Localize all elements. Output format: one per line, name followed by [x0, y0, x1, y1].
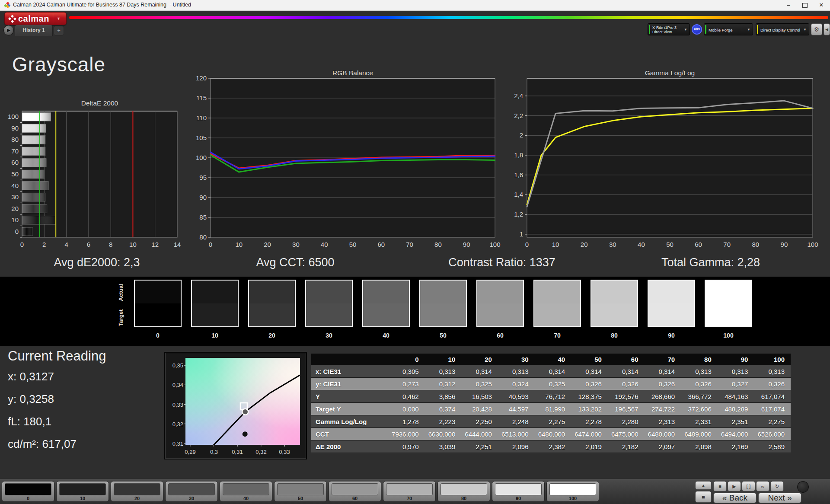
swatch-100 — [705, 280, 752, 327]
svg-text:100: 100 — [8, 113, 19, 120]
patch-color — [386, 483, 433, 495]
settings-button[interactable]: ⚙ — [811, 23, 822, 35]
calman-app-icon — [4, 2, 10, 8]
swatch-level-label: 30 — [305, 332, 353, 339]
table-row: Y0,4623,85616,50340,59376,712128,375192,… — [311, 390, 791, 403]
pattern-window-up-button[interactable]: ▲ — [695, 481, 712, 490]
table-column-header: 30 — [498, 354, 535, 365]
patch-color — [114, 483, 160, 495]
svg-text:0: 0 — [15, 228, 19, 235]
pattern-patch-30[interactable]: 30 — [165, 481, 218, 502]
table-cell: 2,382 — [535, 440, 571, 453]
svg-text:RGB Balance: RGB Balance — [332, 69, 373, 77]
pattern-patch-40[interactable]: 40 — [220, 481, 272, 502]
svg-text:6: 6 — [87, 241, 90, 248]
svg-text:50: 50 — [349, 241, 357, 248]
display-control-name: Direct Display Control — [760, 28, 800, 32]
play-icon: ▶ — [732, 484, 736, 489]
display-control-selector[interactable]: Direct Display Control ▼ — [756, 23, 809, 35]
pattern-patch-0[interactable]: 0 — [2, 481, 54, 502]
chevron-down-icon: ▼ — [803, 28, 807, 32]
daylight-locus-line — [203, 375, 300, 456]
svg-text:90: 90 — [11, 124, 19, 132]
table-cell: 6526,000 — [754, 428, 791, 440]
table-column-header: 50 — [571, 354, 608, 365]
stop-button[interactable]: ■ — [713, 481, 727, 491]
pattern-square-icon: ■ — [702, 494, 705, 500]
single-measure-icon: [-] — [747, 484, 751, 489]
swatch-level-label: 70 — [533, 332, 581, 339]
chevron-down-icon: ▼ — [57, 16, 61, 21]
close-button[interactable]: ✕ — [814, 0, 829, 10]
patch-color — [277, 483, 324, 495]
patch-label: 100 — [547, 496, 599, 501]
tab-history-1[interactable]: History 1 — [15, 25, 53, 36]
pattern-patch-80[interactable]: 80 — [437, 481, 490, 502]
source-selector[interactable]: Mobile Forge ▼ — [704, 23, 753, 35]
calman-application-window: Calman 2024 Calman Ultimate for Business… — [0, 0, 830, 504]
table-cell: 2,351 — [718, 415, 754, 427]
table-cell: 6513,000 — [498, 428, 535, 440]
svg-text:2,2: 2,2 — [514, 112, 523, 119]
table-cell: 3,856 — [425, 390, 462, 402]
svg-text:1,6: 1,6 — [514, 171, 523, 179]
table-cell: 617,074 — [754, 390, 791, 402]
reading-cdm2: cd/m²: 617,07 — [8, 437, 106, 451]
table-cell: 2,223 — [425, 415, 462, 427]
meter-selector[interactable]: X-Rite i1Pro 3Direct View ▼ — [648, 23, 690, 35]
svg-text:50: 50 — [11, 170, 19, 178]
swatch-level-label: 60 — [476, 332, 524, 339]
swatch-40 — [362, 280, 410, 327]
pattern-patch-100[interactable]: 100 — [546, 481, 599, 502]
status-indicator-light — [797, 481, 809, 493]
calman-menu-button[interactable]: calman ▼ — [4, 12, 67, 25]
table-column-header: 40 — [535, 354, 571, 365]
pattern-patch-50[interactable]: 50 — [274, 481, 327, 502]
table-cell: 0,327 — [718, 378, 754, 390]
svg-text:12: 12 — [151, 241, 159, 248]
swatch-level-label: 20 — [248, 332, 296, 339]
continuous-measure-button[interactable]: ∞ — [756, 481, 769, 491]
pattern-patch-90[interactable]: 90 — [492, 481, 545, 502]
collapse-panel-button[interactable]: ◀ — [824, 23, 830, 35]
minimize-button[interactable]: – — [781, 0, 796, 10]
table-cell: 0,312 — [425, 378, 462, 390]
swatch-target — [249, 303, 295, 326]
single-measure-button[interactable]: [-] — [742, 481, 755, 491]
swatch-level-label: 50 — [419, 332, 467, 339]
swatch-60 — [476, 280, 524, 327]
maximize-icon — [802, 3, 808, 8]
title-bar: Calman 2024 Calman Ultimate for Business… — [0, 0, 830, 11]
pattern-patch-60[interactable]: 60 — [329, 481, 381, 502]
pattern-window-button[interactable]: ■ — [695, 491, 712, 503]
measurement-table: 0102030405060708090100 x: CIE310,3050,31… — [311, 354, 791, 453]
back-button[interactable]: « Back — [713, 493, 757, 503]
table-cell: 133,202 — [571, 403, 608, 415]
pattern-patch-20[interactable]: 20 — [111, 481, 163, 502]
pattern-patch-10[interactable]: 10 — [56, 481, 109, 502]
chevron-down-icon: ▼ — [684, 28, 687, 32]
reading-x: x: 0,3127 — [8, 370, 106, 383]
play-button[interactable]: ▶ — [728, 481, 741, 491]
calman-logo-text: calman — [18, 14, 49, 24]
table-cell: 20,428 — [461, 403, 498, 415]
svg-text:105: 105 — [196, 134, 207, 141]
maximize-button[interactable] — [797, 0, 813, 10]
refresh-button[interactable]: ↻ — [770, 481, 784, 491]
svg-text:8: 8 — [109, 241, 112, 248]
history-scroll-button[interactable]: ▶ — [3, 25, 14, 35]
table-cell: 6489,000 — [681, 428, 718, 440]
table-column-header: 10 — [425, 354, 462, 365]
table-cell: 1,278 — [388, 415, 425, 427]
meter-status-bar — [649, 25, 650, 34]
next-button[interactable]: Next » — [758, 493, 801, 503]
swatch-level-label: 90 — [648, 332, 695, 339]
swatch-level-label: 100 — [705, 332, 752, 339]
table-cell: 2,169 — [718, 440, 754, 453]
svg-text:50: 50 — [666, 241, 674, 248]
svg-text:1,2: 1,2 — [514, 211, 523, 218]
pattern-patch-70[interactable]: 70 — [383, 481, 436, 502]
stat-0: Avg dE2000: 2,3 — [54, 256, 140, 269]
table-row-label: x: CIE31 — [311, 365, 388, 377]
add-tab-button[interactable]: + — [54, 26, 64, 35]
